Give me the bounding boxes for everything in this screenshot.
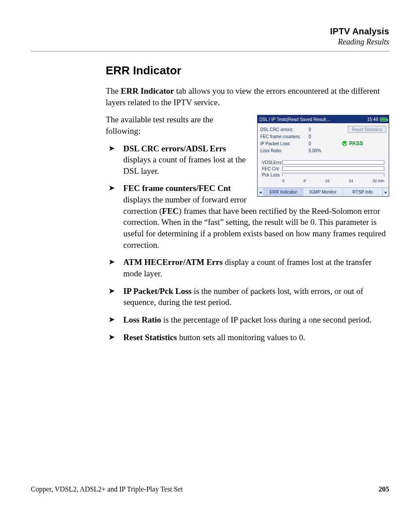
stat-row: DSL CRC errors: 0 Reset Statistics xyxy=(260,126,386,133)
list-item: Loss Ratio is the percentage of IP packe… xyxy=(106,314,389,326)
device-title: DSL / IP Tests|Read Saved Result… xyxy=(259,117,330,122)
list-item: Reset Statistics button sets all monitor… xyxy=(106,332,389,343)
device-titlebar: DSL / IP Tests|Read Saved Result… 15:48 xyxy=(258,115,389,123)
stat-label: DSL CRC errors: xyxy=(260,127,309,132)
list-item: IP Packet/Pck Loss is the number of pack… xyxy=(106,286,389,308)
page-number: 205 xyxy=(379,485,389,493)
bullet-text: displays a count of frames lost at the D… xyxy=(123,155,246,176)
list-item: DSL CRC errors/ADSL Errs displays a coun… xyxy=(106,143,389,177)
term: Loss Ratio xyxy=(123,315,161,324)
running-header: IPTV Analysis Reading Results xyxy=(31,26,389,47)
page-heading: ERR Indicator xyxy=(106,64,389,77)
term: Reset Statistics xyxy=(123,333,177,342)
term: DSL CRC errors/ADSL Errs xyxy=(123,144,226,153)
intro-pre: The xyxy=(106,86,121,95)
content-area: ERR Indicator The ERR Indicator tab allo… xyxy=(106,64,389,349)
book-title: Copper, VDSL2, ADSL2+ and IP Triple-Play… xyxy=(31,485,183,493)
header-rule xyxy=(31,51,389,51)
chapter-title: IPTV Analysis xyxy=(31,26,389,37)
section-title: Reading Results xyxy=(31,37,389,47)
stat-value: 0 xyxy=(309,127,329,132)
device-clock: 15:48 xyxy=(367,117,378,122)
list-item: FEC frame counters/FEC Cnt displays the … xyxy=(106,183,389,250)
intro-paragraph: The ERR Indicator tab allows you to view… xyxy=(106,85,389,108)
intro-bold: ERR Indicator xyxy=(121,86,174,95)
bullet-text: is the percentage of IP packet loss duri… xyxy=(161,315,372,324)
bullet-text: button sets all monitoring values to 0. xyxy=(177,333,305,342)
list-item: ATM HECError/ATM Errs display a count of… xyxy=(106,257,389,279)
reset-statistics-button[interactable]: Reset Statistics xyxy=(348,126,386,133)
term: ATM HECError/ATM Errs xyxy=(123,257,223,267)
bullet-list: DSL CRC errors/ADSL Errs displays a coun… xyxy=(106,143,389,343)
stat-label: FEC frame counters: xyxy=(260,134,309,139)
term: FEC frame counters/FEC Cnt xyxy=(123,183,231,193)
page-footer: Copper, VDSL2, ADSL2+ and IP Triple-Play… xyxy=(31,485,389,493)
battery-icon xyxy=(380,117,387,121)
stat-value: 0 xyxy=(309,134,329,139)
term: IP Packet/Pck Loss xyxy=(123,286,192,296)
term-inline: FEC xyxy=(162,206,179,216)
stat-row: FEC frame counters: 0 xyxy=(260,133,386,140)
